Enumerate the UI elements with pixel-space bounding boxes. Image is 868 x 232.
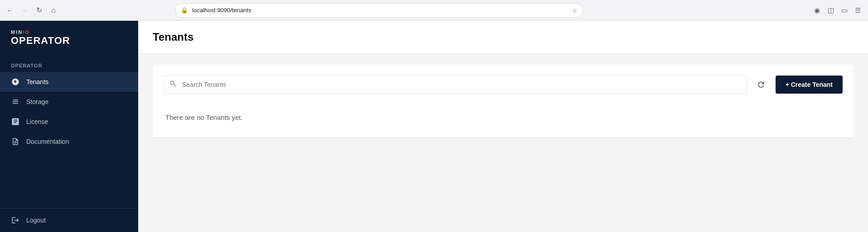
logout-icon xyxy=(11,216,20,225)
pocket-icon[interactable]: ◉ xyxy=(811,4,824,17)
sidebar-item-license-label: License xyxy=(26,118,48,125)
page-title: Tenants xyxy=(153,31,854,43)
logo-min: MIN xyxy=(11,29,23,35)
sidebar-bottom: Logout xyxy=(0,208,138,232)
create-tenant-button-label: + Create Tenant xyxy=(786,81,833,88)
page-body: + Create Tenant There are no Tenants yet… xyxy=(138,54,868,232)
storage-icon xyxy=(11,97,20,106)
create-tenant-button[interactable]: + Create Tenant xyxy=(776,76,843,94)
sidebar-item-storage[interactable]: Storage xyxy=(0,92,138,112)
tenants-card: + Create Tenant There are no Tenants yet… xyxy=(153,65,854,137)
sidebar-item-documentation[interactable]: Documentation xyxy=(0,132,138,152)
toolbar: + Create Tenant xyxy=(164,76,843,94)
license-icon xyxy=(11,117,20,126)
sidebar-item-storage-label: Storage xyxy=(26,98,48,105)
sidebar-item-tenants[interactable]: Tenants xyxy=(0,72,138,92)
logo-brand: MINIO xyxy=(11,30,127,35)
menu-icon[interactable]: ☰ xyxy=(852,4,864,17)
sidebar-item-documentation-label: Documentation xyxy=(26,138,69,145)
address-bar-container: 🔒 ☆ xyxy=(175,3,583,18)
split-view-icon[interactable]: ▭ xyxy=(838,4,851,17)
search-tenants-input[interactable] xyxy=(164,76,747,94)
browser-chrome: ← → ↻ ⌂ 🔒 ☆ ◉ ◫ ▭ ☰ xyxy=(0,0,868,21)
refresh-button[interactable] xyxy=(752,76,770,94)
back-button[interactable]: ← xyxy=(4,4,16,17)
sidebar-nav: OPERATOR Tenants Storage xyxy=(0,56,138,232)
main-content: Tenants xyxy=(138,21,868,232)
sidebar-item-logout[interactable]: Logout xyxy=(0,210,138,230)
sidebar-item-license[interactable]: License xyxy=(0,112,138,132)
logo-product: OPERATOR xyxy=(11,35,127,47)
sidebar-item-logout-label: Logout xyxy=(26,217,46,224)
browser-right-icons: ◉ ◫ ▭ ☰ xyxy=(811,4,864,17)
sidebar: MINIO OPERATOR OPERATOR Tenants xyxy=(0,21,138,232)
forward-button[interactable]: → xyxy=(18,4,31,17)
home-button[interactable]: ⌂ xyxy=(47,4,60,17)
address-bar-wrapper: 🔒 ☆ xyxy=(175,3,583,18)
refresh-icon xyxy=(757,80,766,89)
sidebar-section-label: OPERATOR xyxy=(0,56,138,72)
address-bar-input[interactable] xyxy=(175,3,583,18)
app-container: MINIO OPERATOR OPERATOR Tenants xyxy=(0,21,868,232)
empty-state-text: There are no Tenants yet. xyxy=(165,114,243,121)
tenants-icon xyxy=(11,77,20,86)
search-container xyxy=(164,76,747,94)
page-header: Tenants xyxy=(138,21,868,54)
bookmark-icon[interactable]: ☆ xyxy=(572,7,578,14)
empty-state: There are no Tenants yet. xyxy=(164,103,843,127)
reload-button[interactable]: ↻ xyxy=(33,4,45,17)
collections-icon[interactable]: ◫ xyxy=(825,4,837,17)
sidebar-item-tenants-label: Tenants xyxy=(26,78,48,85)
documentation-icon xyxy=(11,137,20,146)
sidebar-logo: MINIO OPERATOR xyxy=(0,21,138,56)
nav-buttons: ← → ↻ ⌂ xyxy=(4,4,60,17)
logo-io: IO xyxy=(23,29,30,35)
